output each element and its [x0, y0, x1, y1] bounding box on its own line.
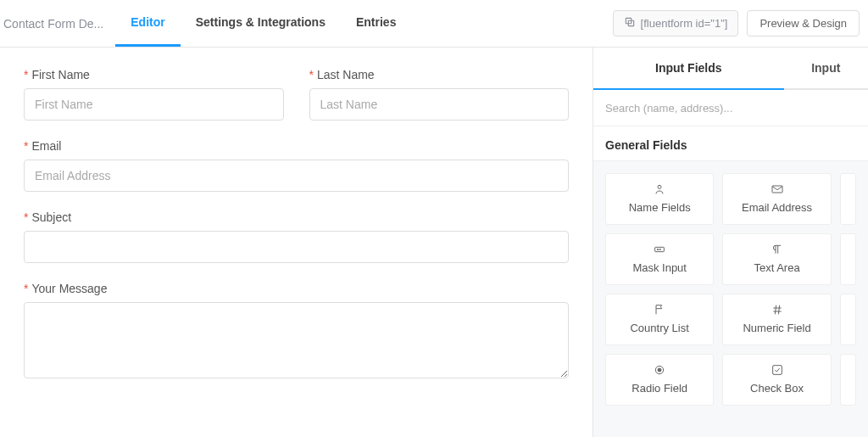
field-text-area[interactable]: Text Area	[722, 233, 831, 285]
field-radio-field[interactable]: Radio Field	[605, 354, 714, 406]
radio-icon	[653, 363, 666, 377]
form-canvas: *First Name *Last Name *Email *Subject *…	[0, 48, 593, 437]
user-icon	[653, 182, 666, 196]
fields-sidebar: Input Fields Input General Fields Name F…	[593, 48, 868, 437]
svg-point-2	[658, 185, 661, 188]
sidebar-tab-input[interactable]: Input	[784, 48, 868, 90]
field-stub[interactable]	[840, 294, 856, 345]
field-email-address[interactable]: Email Address	[722, 173, 831, 225]
last-name-label: *Last Name	[309, 68, 570, 81]
copy-icon	[624, 16, 636, 31]
field-check-box[interactable]: Check Box	[722, 354, 831, 406]
subject-label: *Subject	[24, 210, 569, 224]
tab-settings[interactable]: Settings & Integrations	[181, 0, 341, 47]
field-numeric-field[interactable]: Numeric Field	[722, 294, 831, 345]
tab-editor[interactable]: Editor	[115, 0, 180, 47]
message-textarea[interactable]	[24, 302, 569, 378]
tab-entries[interactable]: Entries	[341, 0, 411, 47]
check-icon	[771, 363, 784, 377]
field-stub[interactable]	[840, 354, 856, 406]
email-input[interactable]	[24, 160, 569, 192]
message-label: *Your Message	[24, 282, 569, 295]
form-title: Contact Form De...	[0, 17, 115, 31]
hash-icon	[771, 303, 784, 317]
svg-point-6	[659, 249, 660, 249]
svg-point-5	[658, 249, 659, 249]
field-stub[interactable]	[840, 173, 856, 225]
general-fields-heading: General Fields	[593, 126, 868, 161]
svg-rect-9	[772, 366, 782, 375]
svg-point-8	[658, 368, 661, 372]
sidebar-tab-input-fields[interactable]: Input Fields	[593, 48, 784, 90]
first-name-input[interactable]	[24, 88, 284, 120]
last-name-input[interactable]	[309, 88, 570, 120]
subject-input[interactable]	[24, 231, 569, 263]
field-stub[interactable]	[840, 233, 856, 285]
mask-icon	[653, 243, 666, 256]
first-name-label: *First Name	[24, 68, 284, 81]
field-country-list[interactable]: Country List	[605, 294, 714, 345]
shortcode-text: [fluentform id="1"]	[641, 17, 728, 30]
preview-design-button[interactable]: Preview & Design	[747, 10, 860, 36]
svg-rect-3	[772, 186, 782, 193]
field-search-input[interactable]	[605, 102, 856, 115]
shortcode-display[interactable]: [fluentform id="1"]	[613, 10, 739, 36]
field-name-fields[interactable]: Name Fields	[605, 173, 714, 225]
mail-icon	[771, 182, 784, 196]
flag-icon	[653, 303, 666, 317]
field-mask-input[interactable]: Mask Input	[605, 233, 714, 285]
email-label: *Email	[24, 139, 569, 153]
paragraph-icon	[771, 243, 784, 256]
